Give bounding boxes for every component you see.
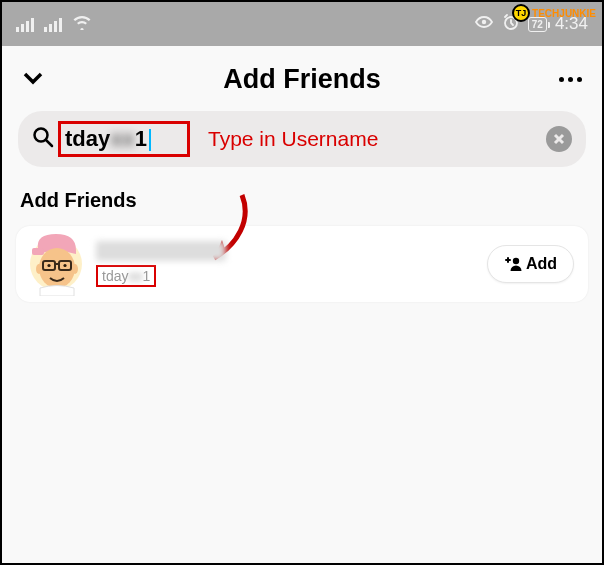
result-username-highlight: tdayxx1 <box>96 265 156 287</box>
back-button[interactable] <box>22 71 50 89</box>
screenshot-frame: TJ TECHJUNKIE 72 4:34 <box>0 0 604 565</box>
watermark-logo: TJ TECHJUNKIE <box>506 0 602 26</box>
search-icon <box>32 126 54 152</box>
status-left <box>16 14 92 34</box>
search-input-highlight: tdayxx1 <box>58 121 190 157</box>
svg-point-11 <box>72 264 78 274</box>
avatar <box>30 238 82 290</box>
add-friend-button[interactable]: Add <box>487 245 574 283</box>
more-button[interactable] <box>554 77 582 82</box>
eye-icon <box>474 15 494 33</box>
app-content: Add Friends tdayxx1 Type in Username Add… <box>2 46 602 563</box>
add-person-icon <box>504 256 522 272</box>
svg-rect-3 <box>32 248 44 255</box>
clear-search-button[interactable] <box>546 126 572 152</box>
search-bar[interactable]: tdayxx1 Type in Username <box>18 111 586 167</box>
watermark-badge: TJ <box>512 4 530 22</box>
svg-point-9 <box>63 264 66 267</box>
search-result-row[interactable]: tdayxx1 Add <box>16 226 588 302</box>
page-title: Add Friends <box>223 64 381 95</box>
svg-point-10 <box>36 264 42 274</box>
svg-point-8 <box>47 264 50 267</box>
add-button-label: Add <box>526 255 557 273</box>
svg-point-0 <box>482 20 486 24</box>
watermark-text: TECHJUNKIE <box>532 8 596 19</box>
section-title: Add Friends <box>20 189 584 212</box>
cellular-signal-icon-2 <box>44 16 62 32</box>
result-display-name-redacted <box>96 241 226 261</box>
search-input[interactable]: tdayxx1 <box>65 126 151 151</box>
svg-point-12 <box>513 258 519 264</box>
wifi-icon <box>72 14 92 34</box>
annotation-label: Type in Username <box>208 127 378 151</box>
result-info: tdayxx1 <box>96 241 487 287</box>
header: Add Friends <box>16 46 588 111</box>
result-username: tdayxx1 <box>102 268 150 284</box>
cellular-signal-icon <box>16 16 34 32</box>
